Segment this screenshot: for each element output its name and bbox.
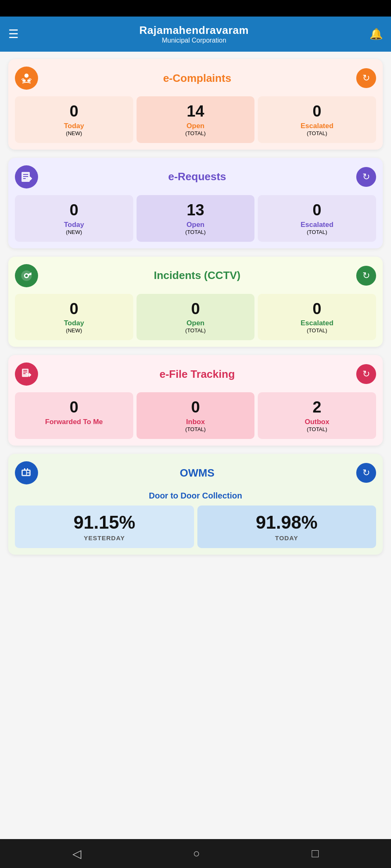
- svg-rect-12: [23, 372, 27, 372]
- notification-bell-icon[interactable]: 🔔: [369, 28, 383, 41]
- efile-inbox-box[interactable]: 0 Inbox (TOTAL): [137, 392, 255, 439]
- svg-rect-15: [23, 471, 26, 475]
- erequests-escalated-label: Escalated: [262, 221, 372, 229]
- efile-outbox-number: 2: [262, 399, 372, 416]
- incidents-refresh-button[interactable]: ↻: [356, 266, 376, 286]
- erequests-escalated-sub: (TOTAL): [262, 229, 372, 235]
- ecomplaints-escalated-number: 0: [262, 103, 372, 120]
- erequests-open-box[interactable]: 13 Open (TOTAL): [137, 195, 255, 242]
- efile-forwarded-number: 0: [19, 399, 129, 416]
- owms-yesterday-box[interactable]: 91.15% YESTERDAY: [15, 506, 194, 548]
- erequests-today-number: 0: [19, 202, 129, 219]
- erequests-today-box[interactable]: 0 Today (NEW): [15, 195, 133, 242]
- header: ☰ Rajamahendravaram Municipal Corporatio…: [0, 17, 391, 52]
- ecomplaints-open-label: Open: [141, 122, 251, 130]
- ecomplaints-open-sub: (TOTAL): [141, 130, 251, 136]
- ecomplaints-stats: 0 Today (NEW) 14 Open (TOTAL) 0 Escalate…: [15, 96, 376, 143]
- main-content: e-Complaints ↻ 0 Today (NEW) 14 Open (TO…: [0, 52, 391, 839]
- header-title: Rajamahendravaram Municipal Corporation: [19, 24, 369, 44]
- incidents-stats: 0 Today (NEW) 0 Open (TOTAL) 0 Escalated…: [15, 294, 376, 341]
- erequests-escalated-number: 0: [262, 202, 372, 219]
- erequests-header: e-Requests ↻: [15, 165, 376, 188]
- erequests-escalated-box[interactable]: 0 Escalated (TOTAL): [258, 195, 376, 242]
- incidents-today-box[interactable]: 0 Today (NEW): [15, 294, 133, 341]
- ecomplaints-escalated-label: Escalated: [262, 122, 372, 130]
- svg-rect-17: [27, 473, 29, 475]
- efile-outbox-label: Outbox: [262, 418, 372, 426]
- ecomplaints-today-label: Today: [19, 122, 129, 130]
- svg-rect-11: [23, 370, 27, 371]
- incidents-today-number: 0: [19, 300, 129, 318]
- back-nav-icon[interactable]: ◁: [72, 847, 82, 861]
- efile-inbox-number: 0: [141, 399, 251, 416]
- incidents-today-sub: (NEW): [19, 327, 129, 334]
- efile-inbox-label: Inbox: [141, 418, 251, 426]
- ecomplaints-icon: [15, 67, 38, 90]
- owms-stats: 91.15% YESTERDAY 91.98% TODAY: [15, 506, 376, 548]
- owms-today-label: TODAY: [201, 534, 372, 541]
- svg-rect-18: [24, 468, 25, 470]
- efile-inbox-sub: (TOTAL): [141, 426, 251, 432]
- erequests-title: e-Requests: [38, 170, 356, 183]
- efile-refresh-button[interactable]: ↻: [356, 364, 376, 384]
- ecomplaints-escalated-box[interactable]: 0 Escalated (TOTAL): [258, 96, 376, 143]
- efile-card: e-File Tracking ↻ 0 Forwarded To Me 0 In…: [8, 355, 383, 446]
- svg-point-0: [24, 74, 29, 78]
- erequests-open-number: 13: [141, 202, 251, 219]
- erequests-icon: [15, 165, 38, 188]
- status-bar: [0, 0, 391, 17]
- efile-stats: 0 Forwarded To Me 0 Inbox (TOTAL) 2 Outb…: [15, 392, 376, 439]
- svg-point-2: [27, 79, 31, 82]
- owms-title: OWMS: [38, 467, 356, 479]
- efile-icon: [15, 362, 38, 386]
- erequests-today-sub: (NEW): [19, 229, 129, 235]
- ecomplaints-open-number: 14: [141, 103, 251, 120]
- efile-outbox-box[interactable]: 2 Outbox (TOTAL): [258, 392, 376, 439]
- svg-rect-16: [27, 471, 29, 472]
- erequests-refresh-button[interactable]: ↻: [356, 167, 376, 187]
- owms-icon: [15, 461, 38, 484]
- svg-point-1: [22, 79, 26, 82]
- ecomplaints-refresh-button[interactable]: ↻: [356, 68, 376, 88]
- ecomplaints-card: e-Complaints ↻ 0 Today (NEW) 14 Open (TO…: [8, 59, 383, 150]
- erequests-today-label: Today: [19, 221, 129, 229]
- incidents-open-label: Open: [141, 319, 251, 327]
- incidents-escalated-sub: (TOTAL): [262, 327, 372, 334]
- app-subtitle: Municipal Corporation: [19, 37, 369, 44]
- owms-refresh-button[interactable]: ↻: [356, 463, 376, 483]
- ecomplaints-today-box[interactable]: 0 Today (NEW): [15, 96, 133, 143]
- efile-title: e-File Tracking: [38, 368, 356, 381]
- menu-icon[interactable]: ☰: [8, 27, 19, 41]
- incidents-today-label: Today: [19, 319, 129, 327]
- ecomplaints-escalated-sub: (TOTAL): [262, 130, 372, 136]
- incidents-title: Incidents (CCTV): [38, 269, 356, 282]
- erequests-open-label: Open: [141, 221, 251, 229]
- svg-rect-19: [27, 468, 28, 470]
- efile-header: e-File Tracking ↻: [15, 362, 376, 386]
- bottom-navigation: ◁ ○ □: [0, 839, 391, 868]
- erequests-open-sub: (TOTAL): [141, 229, 251, 235]
- svg-rect-13: [23, 373, 26, 374]
- incidents-escalated-label: Escalated: [262, 319, 372, 327]
- incidents-open-box[interactable]: 0 Open (TOTAL): [137, 294, 255, 341]
- incidents-card: Incidents (CCTV) ↻ 0 Today (NEW) 0 Open …: [8, 257, 383, 347]
- incidents-open-sub: (TOTAL): [141, 327, 251, 334]
- incidents-icon: [15, 264, 38, 287]
- home-nav-icon[interactable]: ○: [193, 847, 200, 860]
- ecomplaints-open-box[interactable]: 14 Open (TOTAL): [137, 96, 255, 143]
- owms-header: OWMS ↻: [15, 461, 376, 484]
- incidents-header: Incidents (CCTV) ↻: [15, 264, 376, 287]
- efile-forwarded-box[interactable]: 0 Forwarded To Me: [15, 392, 133, 439]
- svg-point-9: [25, 274, 28, 277]
- owms-door-label: Door to Door Collection: [15, 491, 376, 501]
- incidents-escalated-box[interactable]: 0 Escalated (TOTAL): [258, 294, 376, 341]
- owms-today-box[interactable]: 91.98% TODAY: [197, 506, 377, 548]
- owms-yesterday-label: YESTERDAY: [19, 534, 190, 541]
- owms-card: OWMS ↻ Door to Door Collection 91.15% YE…: [8, 454, 383, 555]
- ecomplaints-today-number: 0: [19, 103, 129, 120]
- erequests-stats: 0 Today (NEW) 13 Open (TOTAL) 0 Escalate…: [15, 195, 376, 242]
- ecomplaints-header: e-Complaints ↻: [15, 67, 376, 90]
- app-title: Rajamahendravaram: [19, 24, 369, 37]
- recent-nav-icon[interactable]: □: [312, 847, 319, 860]
- owms-today-percent: 91.98%: [201, 512, 372, 533]
